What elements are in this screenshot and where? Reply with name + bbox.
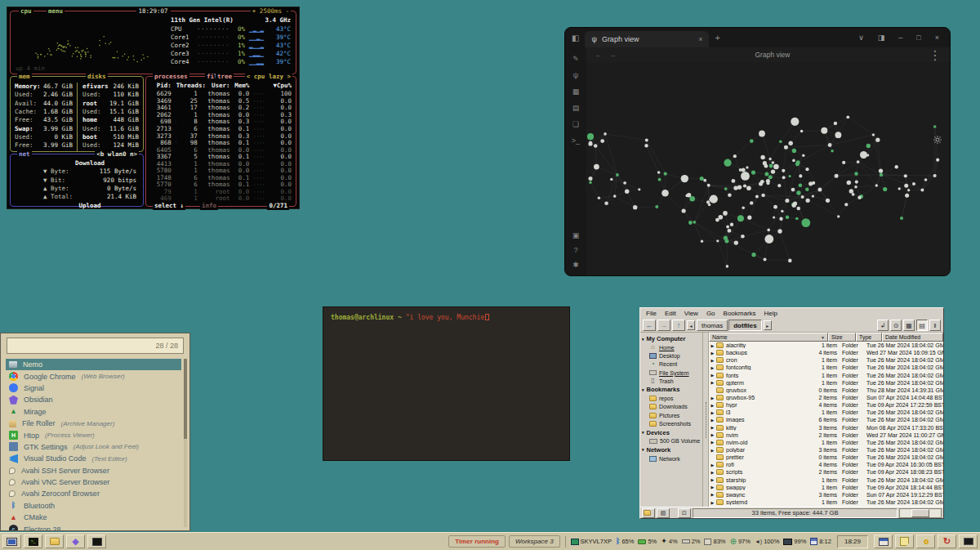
terminal-window[interactable]: thomas@archlinux ~"i love you, Munchie [323, 306, 570, 461]
minimize-button[interactable]: – [894, 34, 906, 42]
file-row[interactable]: gruvbox 0 items Folder Thu 28 Mar 2024 1… [709, 387, 943, 394]
workspace-module[interactable]: Workspace 3 [509, 535, 560, 548]
sidebar-item[interactable]: ◔ Recent [642, 360, 702, 369]
collapse-arrow-icon[interactable]: ▾ [642, 430, 644, 435]
select-hint[interactable]: select ↓ [153, 202, 185, 210]
collapse-arrow-icon[interactable]: ▾ [642, 387, 644, 392]
templates-icon[interactable]: ❏ [572, 121, 579, 128]
maximize-button[interactable]: □ [912, 34, 924, 42]
file-row[interactable]: ▶ fonts 1 item Folder Tue 26 Mar 2024 18… [709, 372, 943, 379]
refresh-interval[interactable]: + 2500ms - [251, 7, 291, 16]
tab-graph-view[interactable]: ψ Graph view × [585, 31, 709, 47]
right-sidebar-toggle-icon[interactable]: ◨ [874, 34, 889, 42]
scrollbar-thumb[interactable] [184, 359, 187, 439]
canvas-icon[interactable]: ▦ [572, 88, 580, 96]
horizontal-scrollbar[interactable] [899, 508, 942, 518]
file-row[interactable]: ▶ cron 1 item Folder Tue 26 Mar 2024 18:… [709, 356, 943, 364]
sidebar-section[interactable]: ▾ Devices [642, 428, 702, 437]
new-tab-button[interactable]: + [715, 33, 719, 42]
file-row[interactable]: ▶ fontconfig 1 item Folder Tue 26 Mar 20… [709, 364, 943, 371]
left-sidebar-toggle-icon[interactable]: ◧ [572, 34, 579, 42]
open-terminal-button[interactable]: ⊡ [678, 508, 691, 518]
expander-icon[interactable]: ▶ [709, 500, 716, 505]
file-row[interactable]: ▶ starship 1 item Folder Tue 26 Mar 2024… [709, 476, 943, 484]
file-row[interactable]: ▶ nvim 2 items Folder Wed 27 Mar 2024 11… [709, 432, 943, 439]
launcher-item[interactable]: Google Chrome (Web Browser) [6, 370, 181, 382]
expander-icon[interactable]: ▶ [709, 463, 716, 467]
file-row[interactable]: ▶ hypr 4 items Folder Tue 09 Apr 2024 17… [709, 401, 943, 409]
breadcrumb-item[interactable]: dotfiles [728, 320, 761, 331]
timer-module[interactable]: Timer running [448, 535, 506, 548]
breadcrumb-item[interactable]: thomas [697, 320, 728, 331]
collapse-arrow-icon[interactable]: ▾ [642, 447, 644, 452]
file-row[interactable]: ▶ systemd 1 item Folder Tue 26 Mar 2024 … [709, 499, 943, 506]
expander-icon[interactable]: ▶ [709, 410, 716, 415]
column-header-type[interactable]: Type [856, 333, 882, 342]
launcher-item[interactable]: File Roller (Archive Manager) [6, 418, 181, 429]
file-row[interactable]: ▶ alacritty 1 item Folder Tue 26 Mar 202… [709, 342, 943, 349]
taskbar-button-programs[interactable] [874, 534, 893, 548]
expander-icon[interactable]: ▶ [709, 477, 716, 482]
crumb-scroll-left-button[interactable]: ◂ [687, 320, 695, 330]
launcher-item[interactable]: ᛒ Bluetooth [6, 500, 181, 512]
help-icon[interactable]: ? [573, 247, 577, 254]
terminal-icon[interactable]: >_ [572, 137, 580, 145]
taskbar-button-files[interactable] [45, 534, 64, 548]
column-header-size[interactable]: Size [828, 333, 856, 342]
file-row[interactable]: ▶ backups 4 items Folder Wed 27 Mar 2024… [709, 349, 943, 356]
taskbar-button-notes[interactable] [895, 534, 914, 548]
launcher-item[interactable]: Avahi VNC Server Browser [6, 476, 181, 488]
tab-list-chevron-icon[interactable]: ∨ [854, 34, 868, 42]
expander-icon[interactable]: ▶ [709, 470, 716, 475]
clock[interactable]: 18:29 [837, 535, 868, 548]
launcher-item[interactable]: ▲ Mirage [6, 406, 181, 418]
graph-settings-gear-icon[interactable] [932, 134, 943, 145]
new-note-icon[interactable]: ✎ [572, 56, 579, 63]
file-row[interactable]: ▶ polybar 3 items Folder Tue 26 Mar 2024… [709, 446, 943, 454]
forward-button[interactable]: → [657, 320, 670, 331]
close-button[interactable]: × [931, 34, 943, 42]
menu-item[interactable]: Bookmarks [719, 310, 760, 317]
title-bar[interactable]: ◧ ψ Graph view × + ∨ ◨ – □ × [565, 28, 950, 47]
taskbar-button-terminal[interactable]: >_ [24, 534, 42, 548]
tab-disks[interactable]: disks [86, 73, 108, 81]
volume-module[interactable]: ◄) 100% [755, 538, 779, 545]
file-row[interactable]: ▶ rofi 4 items Folder Tue 09 Apr 2024 16… [709, 461, 943, 468]
sidebar-item[interactable]: Downloads [642, 403, 702, 411]
sidebar-section[interactable]: ▾ My Computer [642, 334, 702, 343]
expander-icon[interactable]: ▶ [709, 365, 716, 370]
launcher-item[interactable]: Avahi SSH Server Browser [6, 465, 181, 476]
back-button[interactable]: ← [643, 320, 656, 331]
sort-selector[interactable]: < cpu lazy > [245, 73, 292, 81]
file-row[interactable]: ▶ i3 1 item Folder Tue 26 Mar 2024 18:04… [709, 409, 943, 416]
file-row[interactable]: ▶ kitty 3 items Folder Mon 08 Apr 2024 1… [709, 424, 943, 432]
interface-label[interactable]: <b wlan0 n> [95, 150, 139, 159]
expander-icon[interactable]: ▶ [709, 396, 716, 400]
expander-icon[interactable]: ▶ [709, 492, 716, 497]
sidebar-item[interactable]: Screenshots [642, 419, 702, 427]
globe-module[interactable]: ⊕ 97% [729, 538, 750, 546]
disk-module[interactable]: 83% [704, 538, 725, 545]
expander-icon[interactable]: ▶ [709, 351, 716, 355]
menu-item[interactable]: Edit [661, 310, 680, 317]
icon-view-button[interactable]: ▦ [903, 320, 915, 331]
launcher-item[interactable]: Avahi Zeroconf Browser [6, 488, 181, 499]
expander-icon[interactable]: ▶ [709, 448, 716, 453]
graph-icon[interactable]: ψ [573, 72, 578, 79]
launcher-item[interactable]: Signal [6, 382, 181, 394]
forward-icon[interactable]: → [609, 51, 617, 59]
column-header-name[interactable]: Name ▼ [709, 333, 828, 342]
taskbar-button-display[interactable] [959, 534, 978, 548]
launcher-search-input[interactable]: 28 / 28 [7, 338, 184, 354]
compact-view-button[interactable]: ‖ [929, 320, 941, 331]
open-in-new-button[interactable]: ↲ [877, 320, 889, 331]
tab-net[interactable]: net [17, 150, 32, 159]
tab-cpu[interactable]: cpu [19, 7, 33, 16]
launcher-item[interactable]: ▲ CMake [6, 512, 181, 523]
file-row[interactable]: ▶ gruvbox-95 2 items Folder Sun 07 Apr 2… [709, 394, 943, 401]
side-pane-toggle-button[interactable] [642, 508, 655, 518]
display-module[interactable]: 99% [783, 538, 806, 545]
settings-gear-icon[interactable]: ✱ [572, 262, 579, 269]
more-options-icon[interactable]: ⋮ [929, 47, 942, 63]
pane-splitter[interactable] [703, 333, 709, 507]
